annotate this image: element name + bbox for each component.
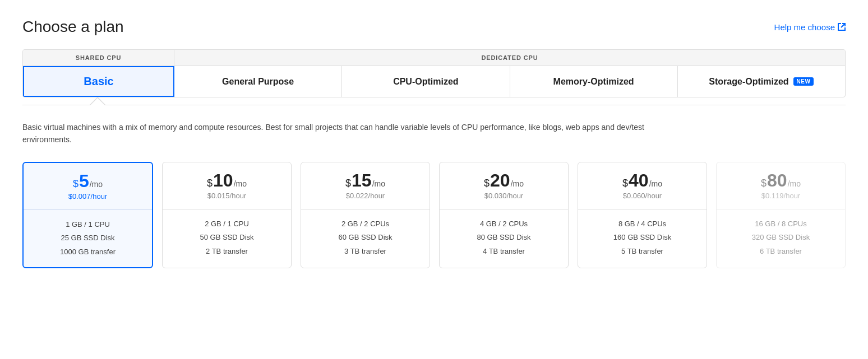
price-dollar: $ bbox=[622, 178, 628, 189]
card-specs: 8 GB / 4 CPUs160 GB SSD Disk5 TB transfe… bbox=[578, 209, 707, 267]
price-number: 40 bbox=[629, 171, 649, 189]
price-period: /mo bbox=[90, 180, 103, 189]
spec-line: 25 GB SSD Disk bbox=[30, 231, 145, 245]
price-hourly: $0.015/hour bbox=[169, 192, 284, 200]
price-hourly: $0.030/hour bbox=[446, 192, 561, 200]
price-number: 20 bbox=[490, 171, 510, 189]
card-price-section: $ 15 /mo $0.022/hour bbox=[301, 162, 430, 209]
price-dollar: $ bbox=[761, 178, 767, 189]
tab-memory-optimized[interactable]: Memory-Optimized bbox=[510, 66, 678, 97]
card-specs: 16 GB / 8 CPUs320 GB SSD Disk6 TB transf… bbox=[717, 209, 845, 267]
price-period: /mo bbox=[234, 179, 247, 188]
pricing-card-5[interactable]: $ 5 /mo $0.007/hour 1 GB / 1 CPU25 GB SS… bbox=[22, 162, 153, 268]
price-main: $ 15 /mo bbox=[308, 171, 423, 189]
card-specs: 2 GB / 1 CPU50 GB SSD Disk2 TB transfer bbox=[163, 209, 291, 267]
spec-line: 16 GB / 8 CPUs bbox=[723, 217, 838, 231]
spec-line: 8 GB / 4 CPUs bbox=[585, 217, 700, 231]
shared-cpu-header: SHARED CPU bbox=[23, 50, 174, 66]
dedicated-cpu-section: DEDICATED CPU General Purpose CPU-Optimi… bbox=[174, 50, 845, 97]
price-main: $ 5 /mo bbox=[30, 172, 145, 190]
price-period: /mo bbox=[511, 179, 524, 188]
card-price-section: $ 5 /mo $0.007/hour bbox=[24, 163, 152, 210]
price-period: /mo bbox=[788, 179, 801, 188]
pricing-cards: $ 5 /mo $0.007/hour 1 GB / 1 CPU25 GB SS… bbox=[22, 162, 846, 268]
spec-line: 2 TB transfer bbox=[169, 245, 284, 259]
price-hourly: $0.119/hour bbox=[723, 192, 838, 200]
price-number: 5 bbox=[79, 172, 89, 190]
price-number: 10 bbox=[213, 171, 233, 189]
price-dollar: $ bbox=[345, 178, 351, 189]
spec-line: 4 GB / 2 CPUs bbox=[446, 217, 561, 231]
price-hourly: $0.022/hour bbox=[308, 192, 423, 200]
pricing-card-80: $ 80 /mo $0.119/hour 16 GB / 8 CPUs320 G… bbox=[716, 162, 846, 268]
tab-cpu-optimized[interactable]: CPU-Optimized bbox=[342, 66, 510, 97]
spec-line: 50 GB SSD Disk bbox=[169, 231, 284, 245]
price-dollar: $ bbox=[73, 178, 79, 190]
price-main: $ 20 /mo bbox=[446, 171, 561, 189]
pricing-card-15[interactable]: $ 15 /mo $0.022/hour 2 GB / 2 CPUs60 GB … bbox=[301, 162, 430, 268]
tab-general-purpose[interactable]: General Purpose bbox=[174, 66, 342, 97]
card-price-section: $ 40 /mo $0.060/hour bbox=[578, 162, 707, 209]
price-period: /mo bbox=[649, 179, 662, 188]
spec-line: 2 GB / 1 CPU bbox=[169, 217, 284, 231]
basic-tab[interactable]: Basic bbox=[23, 66, 174, 97]
card-price-section: $ 20 /mo $0.030/hour bbox=[440, 162, 568, 209]
pricing-card-10[interactable]: $ 10 /mo $0.015/hour 2 GB / 1 CPU50 GB S… bbox=[162, 162, 292, 268]
spec-line: 4 TB transfer bbox=[446, 245, 561, 259]
card-price-section: $ 10 /mo $0.015/hour bbox=[163, 162, 291, 209]
card-specs: 4 GB / 2 CPUs80 GB SSD Disk4 TB transfer bbox=[440, 209, 568, 267]
price-dollar: $ bbox=[207, 178, 213, 189]
pricing-card-20[interactable]: $ 20 /mo $0.030/hour 4 GB / 2 CPUs80 GB … bbox=[439, 162, 569, 268]
page-title: Choose a plan bbox=[22, 18, 124, 36]
dedicated-cpu-tabs: General Purpose CPU-Optimized Memory-Opt… bbox=[174, 66, 845, 97]
new-badge: NEW bbox=[793, 77, 814, 86]
spec-line: 80 GB SSD Disk bbox=[446, 231, 561, 245]
price-period: /mo bbox=[372, 179, 385, 188]
price-hourly: $0.007/hour bbox=[30, 192, 145, 201]
price-main: $ 40 /mo bbox=[585, 171, 700, 189]
spec-line: 1 GB / 1 CPU bbox=[30, 218, 145, 232]
price-dollar: $ bbox=[484, 178, 490, 189]
help-link[interactable]: Help me choose bbox=[774, 22, 846, 32]
tab-storage-optimized[interactable]: Storage-Optimized NEW bbox=[678, 66, 845, 97]
shared-cpu-section: SHARED CPU Basic bbox=[23, 50, 174, 97]
pricing-card-40[interactable]: $ 40 /mo $0.060/hour 8 GB / 4 CPUs160 GB… bbox=[578, 162, 707, 268]
price-main: $ 80 /mo bbox=[723, 171, 838, 189]
price-number: 15 bbox=[352, 171, 372, 189]
price-number: 80 bbox=[767, 171, 787, 189]
price-hourly: $0.060/hour bbox=[585, 192, 700, 200]
external-link-icon bbox=[838, 23, 846, 31]
spec-line: 2 GB / 2 CPUs bbox=[308, 217, 423, 231]
spec-line: 60 GB SSD Disk bbox=[308, 231, 423, 245]
card-specs: 2 GB / 2 CPUs60 GB SSD Disk3 TB transfer bbox=[301, 209, 430, 267]
card-specs: 1 GB / 1 CPU25 GB SSD Disk1000 GB transf… bbox=[24, 210, 152, 267]
spec-line: 3 TB transfer bbox=[308, 245, 423, 259]
price-main: $ 10 /mo bbox=[169, 171, 284, 189]
spec-line: 5 TB transfer bbox=[585, 245, 700, 259]
spec-line: 160 GB SSD Disk bbox=[585, 231, 700, 245]
separator bbox=[22, 105, 846, 105]
spec-line: 1000 GB transfer bbox=[30, 245, 145, 259]
spec-line: 6 TB transfer bbox=[723, 245, 838, 259]
arrow-up bbox=[90, 97, 105, 105]
spec-line: 320 GB SSD Disk bbox=[723, 231, 838, 245]
plan-tabs-container: SHARED CPU Basic DEDICATED CPU General P… bbox=[22, 49, 846, 97]
dedicated-cpu-header: DEDICATED CPU bbox=[174, 50, 845, 66]
card-price-section: $ 80 /mo $0.119/hour bbox=[717, 162, 845, 209]
description: Basic virtual machines with a mix of mem… bbox=[22, 121, 695, 146]
arrow-indicator bbox=[22, 97, 846, 105]
